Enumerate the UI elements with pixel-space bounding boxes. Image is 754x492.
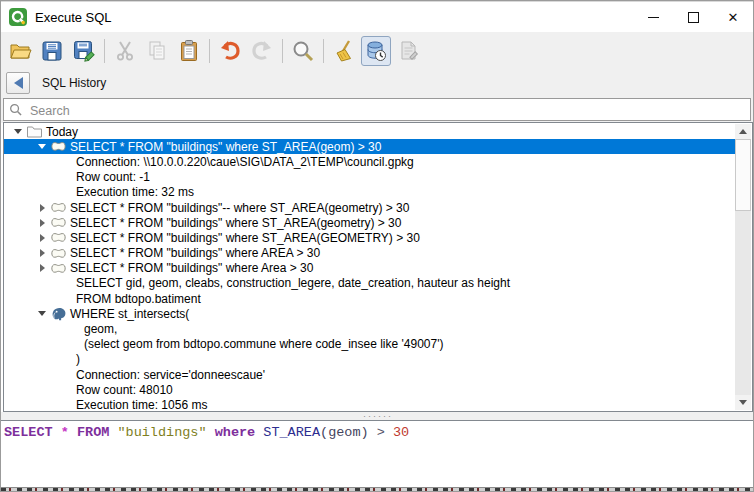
sql-preview-pane[interactable]: SELECT * FROM "buildings" where ST_AREA(…: [1, 420, 754, 487]
broom-icon: [332, 39, 356, 63]
collapse-arrow-icon[interactable]: [36, 204, 48, 212]
history-item[interactable]: SELECT * FROM "buildings" where ST_AREA(…: [4, 230, 735, 245]
history-item-detail[interactable]: (select geom from bdtopo.commune where c…: [4, 337, 735, 352]
sql-token-plain: [53, 425, 61, 440]
history-item[interactable]: Today: [4, 124, 735, 139]
search-input[interactable]: [28, 100, 746, 121]
scroll-up-button[interactable]: [735, 124, 751, 139]
scroll-up-icon: [739, 129, 747, 134]
script-icon: [396, 39, 420, 63]
history-item-detail[interactable]: Row count: -1: [4, 170, 735, 185]
collapse-arrow-icon[interactable]: [36, 219, 48, 227]
history-item[interactable]: SELECT * FROM "buildings" where AREA > 3…: [4, 246, 735, 261]
load-query-button: [393, 36, 423, 66]
sql-history-tree: TodaySELECT * FROM "buildings" where ST_…: [3, 122, 753, 412]
sql-token-plain: [385, 425, 393, 440]
history-item-text: Execution time: 1056 ms: [74, 398, 207, 412]
folder-icon: [24, 124, 44, 139]
maximize-button[interactable]: [673, 2, 713, 32]
history-item-text: SELECT * FROM "buildings"-- where ST_ARE…: [68, 201, 409, 215]
sql-token-keyword: FROM: [77, 425, 109, 440]
open-file-button[interactable]: [5, 36, 35, 66]
history-item[interactable]: SELECT * FROM "buildings" where ST_AREA(…: [4, 139, 735, 154]
tree-scrollbar[interactable]: [735, 124, 751, 410]
sql-token-function: ST_AREA: [263, 425, 320, 440]
history-item-detail[interactable]: Execution time: 32 ms: [4, 185, 735, 200]
history-item-detail[interactable]: Row count: 48010: [4, 382, 735, 397]
paste-button[interactable]: [174, 36, 204, 66]
scrollbar-thumb[interactable]: [735, 139, 751, 211]
sql-token-keyword: SELECT: [4, 425, 53, 440]
history-item-text: (select geom from bdtopo.commune where c…: [82, 337, 443, 351]
sql-token-plain: (geom): [320, 425, 369, 440]
collapse-arrow-icon[interactable]: [36, 234, 48, 242]
save-as-icon: [72, 39, 96, 63]
history-item-detail[interactable]: Connection: \\10.0.0.220\caue\SIG\DATA_2…: [4, 154, 735, 169]
title-bar: Execute SQL ✕: [1, 1, 753, 32]
window-title: Execute SQL: [35, 10, 112, 25]
toolbar: [1, 32, 753, 69]
history-item-text: SELECT * FROM "buildings" where ST_AREA(…: [68, 231, 420, 245]
close-button[interactable]: ✕: [713, 2, 753, 32]
geopackage-icon: [48, 246, 68, 261]
history-item[interactable]: SELECT * FROM "buildings" where ST_AREA(…: [4, 215, 735, 230]
postgresql-icon: [48, 306, 68, 321]
expand-arrow-icon[interactable]: [36, 144, 48, 149]
toolbar-separator: [323, 39, 324, 63]
redo-icon: [250, 39, 274, 63]
history-item-detail[interactable]: SELECT gid, geom, cleabs, construction_l…: [4, 276, 735, 291]
history-item-text: SELECT * FROM "buildings" where Area > 3…: [68, 261, 313, 275]
expand-arrow-icon[interactable]: [12, 129, 24, 134]
redo-button: [247, 36, 277, 66]
history-item-text: Connection: service='donneescaue': [74, 368, 265, 382]
collapse-arrow-icon[interactable]: [36, 249, 48, 257]
collapse-arrow-icon[interactable]: [36, 264, 48, 272]
history-item-text: Today: [44, 125, 78, 139]
tree-rows: TodaySELECT * FROM "buildings" where ST_…: [4, 124, 735, 413]
history-item-text: SELECT gid, geom, cleabs, construction_l…: [74, 276, 510, 290]
scroll-down-icon: [739, 400, 747, 405]
paste-icon: [177, 39, 201, 63]
minimize-button[interactable]: [633, 2, 673, 32]
zoom-button[interactable]: [288, 36, 318, 66]
search-box: [3, 98, 751, 121]
sql-history-button[interactable]: [361, 36, 391, 66]
maximize-icon: [688, 12, 699, 23]
pane-splitter[interactable]: ······: [1, 412, 754, 420]
undo-button[interactable]: [215, 36, 245, 66]
cut-button: [110, 36, 140, 66]
history-item[interactable]: WHERE st_intersects(: [4, 306, 735, 321]
save-as-button[interactable]: [69, 36, 99, 66]
sql-token-number: 30: [393, 425, 409, 440]
history-item-text: SELECT * FROM "buildings" where ST_AREA(…: [68, 140, 381, 154]
close-icon: ✕: [728, 11, 739, 24]
clear-button[interactable]: [329, 36, 359, 66]
history-item-detail[interactable]: geom,: [4, 321, 735, 336]
geopackage-icon: [48, 261, 68, 276]
back-arrow-icon: [14, 77, 23, 89]
history-item-text: Row count: 48010: [74, 383, 173, 397]
history-item-detail[interactable]: ): [4, 352, 735, 367]
copy-button: [142, 36, 172, 66]
history-item[interactable]: SELECT * FROM "buildings" where Area > 3…: [4, 261, 735, 276]
history-item[interactable]: SELECT * FROM "buildings"-- where ST_ARE…: [4, 200, 735, 215]
history-item-detail[interactable]: Connection: service='donneescaue': [4, 367, 735, 382]
back-button[interactable]: [6, 72, 30, 94]
save-button[interactable]: [37, 36, 67, 66]
toolbar-separator: [209, 39, 210, 63]
panel-title: SQL History: [42, 76, 106, 90]
splitter-grip-icon: ······: [363, 414, 393, 418]
folder-open-icon: [8, 39, 32, 63]
expand-arrow-icon[interactable]: [36, 311, 48, 316]
scroll-down-button[interactable]: [735, 395, 751, 410]
geopackage-icon: [48, 139, 68, 154]
save-icon: [40, 39, 64, 63]
sql-token-keyword: where: [215, 425, 256, 440]
history-item-text: FROM bdtopo.batiment: [74, 292, 201, 306]
history-item-text: Execution time: 32 ms: [74, 185, 194, 199]
db-history-icon: [364, 39, 388, 63]
search-icon: [9, 103, 22, 116]
qgis-logo-icon: [9, 8, 27, 26]
history-item-detail[interactable]: FROM bdtopo.batiment: [4, 291, 735, 306]
minimize-icon: [648, 17, 659, 18]
